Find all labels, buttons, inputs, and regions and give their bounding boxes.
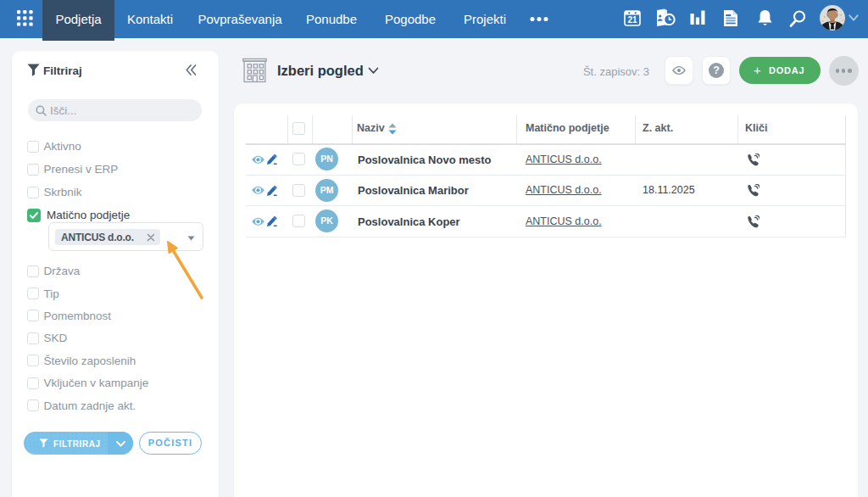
- svg-text:21: 21: [627, 15, 637, 25]
